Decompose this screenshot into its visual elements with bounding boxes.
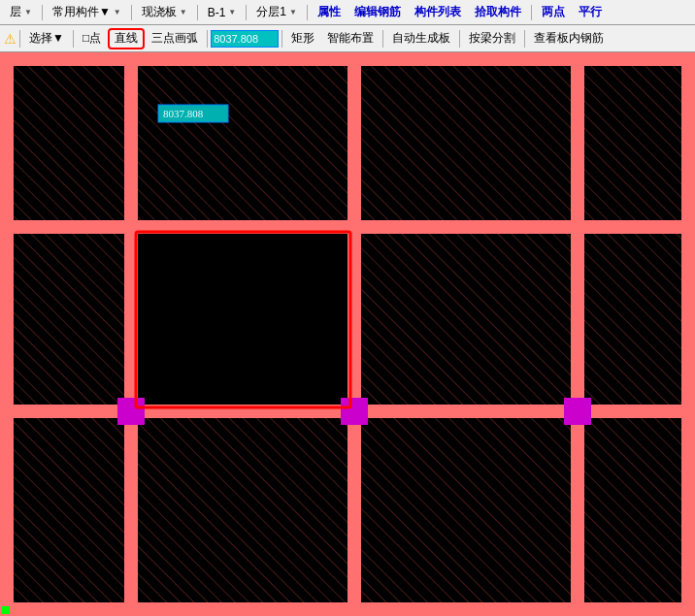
canvas-area[interactable]: 8037.808	[0, 52, 695, 616]
menu-sep-5	[307, 5, 308, 20]
menu-sep-2	[131, 5, 132, 20]
menu-b1[interactable]: B-1 ▼	[202, 4, 243, 21]
svg-rect-2	[0, 52, 14, 616]
warning-icon: ⚠	[4, 31, 17, 47]
rect-tool[interactable]: 矩形	[285, 28, 320, 49]
svg-rect-22	[584, 418, 681, 602]
menu-pick[interactable]: 拾取构件	[469, 2, 527, 22]
svg-rect-25	[564, 398, 591, 425]
menu-parallel[interactable]: 平行	[573, 2, 608, 22]
split-by-beam-tool[interactable]: 按梁分割	[463, 28, 521, 49]
svg-rect-21	[361, 418, 571, 602]
svg-rect-12	[138, 66, 348, 220]
smart-layout-tool[interactable]: 智能布置	[321, 28, 380, 49]
menu-sep-6	[531, 5, 532, 20]
menu-layer1[interactable]: 分层1 ▼	[250, 2, 303, 22]
svg-rect-7	[0, 52, 695, 66]
svg-rect-10	[0, 602, 695, 616]
menu-layer[interactable]: 层 ▼	[4, 2, 38, 22]
menu-edit-rebar[interactable]: 编辑钢筋	[348, 2, 407, 22]
svg-text:8037.808: 8037.808	[163, 108, 204, 119]
tool-sep-2	[207, 30, 208, 48]
menu-components[interactable]: 常用构件▼ ▼	[47, 2, 127, 22]
svg-rect-18	[584, 234, 681, 405]
tool-sep-4	[382, 30, 383, 48]
auto-gen-tool[interactable]: 自动生成板	[386, 28, 456, 49]
svg-rect-6	[681, 52, 695, 616]
svg-rect-24	[341, 398, 368, 425]
svg-rect-27	[2, 606, 10, 614]
select-tool[interactable]: 选择▼	[23, 28, 70, 49]
svg-rect-11	[14, 66, 124, 220]
menu-sep-1	[42, 5, 43, 20]
point-tool[interactable]: □点	[77, 28, 107, 49]
menu-sep-4	[246, 5, 247, 20]
menu-component-list[interactable]: 构件列表	[409, 2, 467, 22]
svg-rect-17	[361, 234, 571, 405]
tool-sep-0	[19, 30, 20, 48]
line-tool[interactable]: 直线	[108, 28, 145, 49]
tool-sep-1	[73, 30, 74, 48]
coord-input[interactable]	[211, 30, 279, 48]
svg-rect-14	[584, 66, 681, 220]
menu-bar: 层 ▼ 常用构件▼ ▼ 现浇板 ▼ B-1 ▼ 分层1 ▼ 属性 编辑钢筋 构件…	[0, 0, 695, 25]
tool-sep-6	[524, 30, 525, 48]
menu-sep-3	[197, 5, 198, 20]
svg-rect-23	[117, 398, 145, 425]
svg-rect-13	[361, 66, 571, 220]
tool-sep-3	[281, 30, 282, 48]
view-rebar-tool[interactable]: 查看板内钢筋	[528, 28, 610, 49]
menu-two-points[interactable]: 两点	[536, 2, 571, 22]
svg-rect-16	[138, 234, 348, 405]
menu-slab[interactable]: 现浇板 ▼	[136, 2, 193, 22]
tool-sep-5	[459, 30, 460, 48]
svg-rect-15	[14, 234, 124, 405]
svg-rect-20	[138, 418, 348, 602]
toolbar: ⚠ 选择▼ □点 直线 三点画弧 矩形 智能布置 自动生成板 按梁分割 查看板内…	[0, 25, 695, 52]
svg-rect-5	[571, 52, 584, 616]
arc-tool[interactable]: 三点画弧	[146, 28, 204, 49]
main-canvas-svg: 8037.808	[0, 52, 695, 616]
menu-properties[interactable]: 属性	[312, 2, 347, 22]
svg-rect-19	[14, 418, 124, 602]
